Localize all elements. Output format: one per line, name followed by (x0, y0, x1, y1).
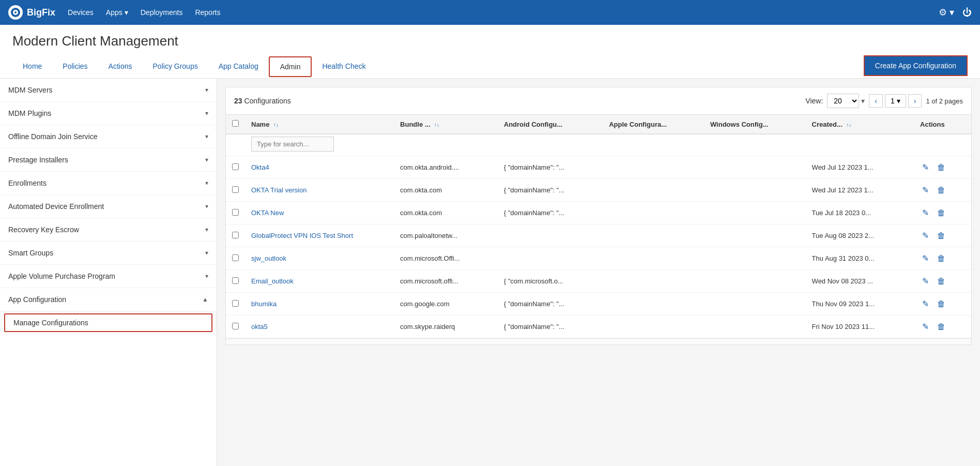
row-name[interactable]: GlobalProtect VPN IOS Test Short (245, 224, 394, 247)
delete-button[interactable]: 🗑 (935, 253, 947, 264)
power-button[interactable]: ⏻ (962, 7, 972, 18)
sidebar-item-mdm-plugins: MDM Plugins ▾ (0, 102, 217, 125)
chevron-down-icon: ▾ (205, 86, 208, 94)
table-row: bhumika com.google.com { "domainName": "… (226, 293, 971, 315)
tab-app-catalog[interactable]: App Catalog (208, 57, 269, 77)
row-checkbox[interactable] (232, 254, 239, 261)
sidebar: MDM Servers ▾ MDM Plugins ▾ Offline Doma… (0, 79, 217, 466)
row-actions: ✎ 🗑 (914, 224, 971, 247)
sort-bundle-icon: ↑↓ (434, 122, 439, 128)
row-name[interactable]: Email_outlook (245, 270, 394, 293)
select-all-checkbox[interactable] (232, 120, 239, 127)
view-label: View: (805, 97, 823, 105)
row-created: Thu Nov 09 2023 1... (806, 293, 914, 315)
create-app-config-button[interactable]: Create App Configuration (864, 55, 968, 76)
app-logo[interactable]: BigFix (8, 5, 55, 20)
row-bundle: com.google.com (394, 293, 498, 315)
sidebar-item-offline-domain: Offline Domain Join Service ▾ (0, 125, 217, 148)
row-name[interactable]: okta5 (245, 315, 394, 338)
row-name[interactable]: OKTA New (245, 202, 394, 224)
table-header-row: Name ↑↓ Bundle ... ↑↓ Android Configu... (226, 115, 971, 134)
row-apple (603, 247, 704, 270)
col-header-created[interactable]: Created... ↑↓ (806, 115, 914, 134)
name-search-input[interactable] (251, 137, 334, 152)
delete-button[interactable]: 🗑 (935, 207, 947, 219)
row-name[interactable]: sjw_outlook (245, 247, 394, 270)
edit-button[interactable]: ✎ (920, 230, 931, 242)
row-checkbox-cell (226, 293, 245, 315)
table-scroll: Name ↑↓ Bundle ... ↑↓ Android Configu... (226, 115, 971, 338)
delete-button[interactable]: 🗑 (935, 162, 947, 173)
edit-button[interactable]: ✎ (920, 275, 931, 287)
nav-deployments[interactable]: Deployments (141, 8, 183, 17)
row-android: { "domainName": "... (498, 202, 603, 224)
nav-apps[interactable]: Apps ▾ (106, 8, 128, 17)
delete-button[interactable]: 🗑 (935, 298, 947, 310)
chevron-up-icon: ▲ (202, 296, 208, 303)
row-name[interactable]: OKTA Trial version (245, 179, 394, 202)
col-header-bundle[interactable]: Bundle ... ↑↓ (394, 115, 498, 134)
main-content: MDM Servers ▾ MDM Plugins ▾ Offline Doma… (0, 79, 980, 466)
col-header-name[interactable]: Name ↑↓ (245, 115, 394, 134)
table-header-right: View: 20 50 100 ▾ ‹ 1 ▾ › (805, 94, 963, 108)
row-bundle: com.okta.com (394, 179, 498, 202)
settings-button[interactable]: ⚙ ▾ (939, 7, 954, 18)
row-checkbox[interactable] (232, 209, 239, 216)
view-select[interactable]: 20 50 100 (827, 94, 859, 108)
next-page-button[interactable]: › (908, 94, 922, 108)
sidebar-sub-app-configuration: Manage Configurations (0, 311, 217, 332)
tab-bar: Home Policies Actions Policy Groups App … (12, 55, 968, 78)
row-checkbox[interactable] (232, 232, 239, 238)
row-checkbox[interactable] (232, 163, 239, 170)
edit-button[interactable]: ✎ (920, 184, 931, 196)
edit-button[interactable]: ✎ (920, 207, 931, 219)
row-checkbox[interactable] (232, 186, 239, 193)
row-checkbox[interactable] (232, 300, 239, 307)
row-android (498, 247, 603, 270)
row-checkbox-cell (226, 202, 245, 224)
tab-health-check[interactable]: Health Check (312, 57, 376, 77)
row-actions: ✎ 🗑 (914, 247, 971, 270)
row-name[interactable]: Okta4 (245, 156, 394, 179)
row-checkbox[interactable] (232, 323, 239, 329)
tab-admin[interactable]: Admin (269, 56, 312, 77)
nav-reports[interactable]: Reports (195, 8, 220, 17)
tab-policies[interactable]: Policies (52, 57, 98, 77)
edit-button[interactable]: ✎ (920, 252, 931, 264)
row-actions: ✎ 🗑 (914, 202, 971, 224)
row-windows (704, 156, 806, 179)
row-bundle: com.microsoft.offi... (394, 270, 498, 293)
chevron-down-icon: ▾ (205, 249, 208, 257)
page-info: 1 of 2 pages (926, 97, 963, 105)
row-checkbox-cell (226, 270, 245, 293)
table-scroll-bar[interactable] (226, 338, 971, 344)
tab-policy-groups[interactable]: Policy Groups (143, 57, 208, 77)
nav-devices[interactable]: Devices (68, 8, 94, 17)
delete-button[interactable]: 🗑 (935, 276, 947, 287)
row-checkbox[interactable] (232, 277, 239, 284)
delete-button[interactable]: 🗑 (935, 230, 947, 242)
row-bundle: com.okta.com (394, 202, 498, 224)
edit-button[interactable]: ✎ (920, 321, 931, 333)
prev-page-button[interactable]: ‹ (869, 94, 883, 108)
chevron-down-icon: ▾ (205, 156, 208, 163)
row-checkbox-cell (226, 247, 245, 270)
chevron-down-icon: ▾ (897, 97, 900, 105)
row-android: { "domainName": "... (498, 179, 603, 202)
tab-home[interactable]: Home (12, 57, 52, 77)
pagination: ‹ 1 ▾ › (869, 94, 922, 108)
row-bundle: com.paloaltonetw... (394, 224, 498, 247)
row-name[interactable]: bhumika (245, 293, 394, 315)
row-bundle: com.skype.raiderq (394, 315, 498, 338)
current-page[interactable]: 1 ▾ (885, 94, 906, 108)
sidebar-sub-item-manage-configs[interactable]: Manage Configurations (4, 313, 212, 332)
delete-button[interactable]: 🗑 (935, 185, 947, 196)
tab-actions[interactable]: Actions (98, 57, 143, 77)
edit-button[interactable]: ✎ (920, 298, 931, 310)
row-windows (704, 179, 806, 202)
row-created: Tue Jul 18 2023 0... (806, 202, 914, 224)
delete-button[interactable]: 🗑 (935, 321, 947, 333)
sidebar-item-prestage-installers: Prestage Installers ▾ (0, 148, 217, 172)
edit-button[interactable]: ✎ (920, 161, 931, 173)
table-row: GlobalProtect VPN IOS Test Short com.pal… (226, 224, 971, 247)
